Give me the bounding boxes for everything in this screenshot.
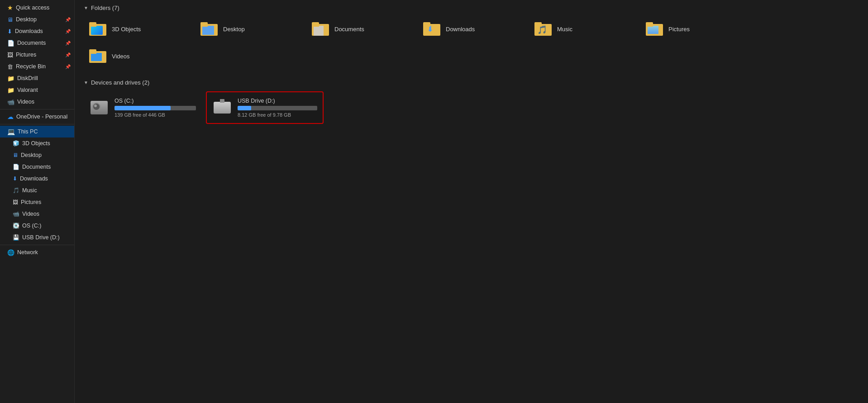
desktop2-icon: 🖥 (13, 152, 18, 158)
drive-osc-info: OS (C:) 139 GB free of 446 GB (114, 98, 196, 118)
pin-icon-5: 📌 (65, 64, 71, 69)
sidebar-item-osc[interactable]: 💽 OS (C:) (0, 220, 74, 232)
sidebar-item-documents-label: Documents (17, 40, 46, 46)
sidebar-item-downloads2-label: Downloads (20, 175, 48, 182)
folder-pictures-overlay (648, 26, 658, 34)
folder-3dobjects-icon (89, 22, 106, 36)
music-icon: 🎵 (13, 187, 19, 194)
folder-videos-icon-container (88, 47, 107, 66)
sidebar-item-documents2[interactable]: 📄 Documents (0, 161, 74, 173)
sidebar-item-music[interactable]: 🎵 Music (0, 185, 74, 196)
sidebar-item-thispc[interactable]: 💻 This PC (0, 126, 74, 137)
sidebar-quick-access[interactable]: ★ Quick access (0, 2, 74, 14)
folder-music-icon: 🎵 (534, 22, 552, 36)
folder-pictures-icon (646, 22, 663, 36)
drive-usbd-bar-fill (238, 106, 251, 110)
sidebar-item-videos[interactable]: 📹 Videos (0, 96, 74, 108)
sidebar-item-onedrive[interactable]: ☁ OneDrive - Personal (0, 111, 74, 123)
folder-downloads-name: Downloads (446, 26, 475, 33)
videos2-icon: 📹 (13, 211, 19, 217)
drive-item-osc[interactable]: OS (C:) 139 GB free of 446 GB (84, 91, 201, 124)
hdd-shape (91, 101, 108, 114)
sidebar-item-downloads[interactable]: ⬇ Downloads 📌 (0, 25, 74, 37)
sidebar-item-desktop[interactable]: 🖥 Desktop 📌 (0, 14, 74, 25)
sidebar-item-usbd[interactable]: 💾 USB Drive (D:) (0, 232, 74, 243)
drive-osc-bar-fill (114, 106, 171, 110)
sidebar-item-thispc-label: This PC (18, 128, 38, 135)
folder-item-documents[interactable]: Documents (306, 17, 415, 41)
usbd-icon: 💾 (13, 234, 19, 241)
network-icon: 🌐 (7, 249, 14, 256)
pin-icon-3: 📌 (65, 41, 71, 46)
sidebar-divider-2 (0, 124, 74, 124)
folders-chevron-icon: ▼ (84, 5, 88, 10)
folder-desktop-icon-container (200, 19, 219, 38)
folder-desktop-overlay (202, 26, 214, 35)
sidebar-item-downloads2[interactable]: ⬇ Downloads (0, 173, 74, 185)
pictures2-icon: 🖼 (13, 199, 18, 205)
folder-item-pictures[interactable]: Pictures (640, 17, 749, 41)
drive-usbd-icon (212, 98, 232, 118)
sidebar-item-diskdrill[interactable]: 📁 DiskDrill (0, 72, 74, 84)
drive-osc-name: OS (C:) (114, 98, 196, 104)
sidebar-item-downloads-label: Downloads (15, 28, 43, 34)
sidebar-item-recycle[interactable]: 🗑 Recycle Bin 📌 (0, 61, 74, 72)
folder-videos-icon (89, 49, 106, 63)
sidebar: ★ Quick access 🖥 Desktop 📌 ⬇ Downloads 📌… (0, 0, 75, 403)
folder-downloads-overlay: ⬇ (427, 25, 435, 33)
drive-usbd-free-text: 8.12 GB free of 9.78 GB (238, 112, 317, 118)
main-content: ▼ Folders (7) 3D Objects Desktop (75, 0, 868, 403)
sidebar-item-valorant[interactable]: 📁 Valorant (0, 84, 74, 96)
folder-documents-icon (312, 22, 329, 36)
sidebar-quick-access-label: Quick access (16, 5, 49, 11)
downloads-icon: ⬇ (7, 28, 12, 35)
folder-downloads-icon-container: ⬇ (422, 19, 441, 38)
sidebar-item-videos2[interactable]: 📹 Videos (0, 208, 74, 220)
folder-videos-name: Videos (112, 53, 130, 60)
folder-item-3dobjects[interactable]: 3D Objects (84, 17, 192, 41)
drives-chevron-icon: ▼ (84, 80, 88, 85)
sidebar-item-documents[interactable]: 📄 Documents 📌 (0, 37, 74, 49)
documents-icon: 📄 (7, 40, 14, 47)
downloads2-icon: ⬇ (13, 175, 17, 182)
sidebar-item-videos-label: Videos (17, 99, 34, 105)
recycle-icon: 🗑 (7, 63, 13, 70)
drives-section-header[interactable]: ▼ Devices and drives (2) (84, 79, 859, 86)
sidebar-item-network[interactable]: 🌐 Network (0, 247, 74, 258)
sidebar-item-osc-label: OS (C:) (22, 223, 41, 229)
star-icon: ★ (7, 4, 13, 11)
sidebar-divider-1 (0, 109, 74, 109)
sidebar-item-diskdrill-label: DiskDrill (17, 75, 38, 81)
folder-3dobjects-overlay (91, 26, 103, 35)
folder-item-videos[interactable]: Videos (84, 44, 192, 68)
sidebar-item-3dobjects[interactable]: 🧊 3D Objects (0, 137, 74, 149)
folder-music-icon-container: 🎵 (534, 19, 553, 38)
sidebar-item-videos2-label: Videos (22, 211, 39, 217)
folder-downloads-icon: ⬇ (423, 22, 440, 36)
folder-item-downloads[interactable]: ⬇ Downloads (418, 17, 526, 41)
folder-item-desktop[interactable]: Desktop (195, 17, 304, 41)
osc-icon: 💽 (13, 223, 19, 229)
thispc-icon: 💻 (7, 128, 15, 135)
sidebar-item-pictures2[interactable]: 🖼 Pictures (0, 196, 74, 208)
sidebar-item-recycle-label: Recycle Bin (16, 63, 46, 70)
folder-documents-overlay (314, 26, 324, 36)
folder-item-music[interactable]: 🎵 Music (529, 17, 638, 41)
drive-usbd-bar-container (238, 106, 317, 110)
drive-item-usbd[interactable]: USB Drive (D:) 8.12 GB free of 9.78 GB (206, 91, 324, 124)
pin-icon-4: 📌 (65, 52, 71, 57)
sidebar-item-pictures[interactable]: 🖼 Pictures 📌 (0, 49, 74, 61)
desktop-icon: 🖥 (7, 16, 13, 23)
sidebar-item-network-label: Network (17, 249, 38, 256)
sidebar-item-desktop2[interactable]: 🖥 Desktop (0, 149, 74, 161)
folder-desktop-name: Desktop (223, 26, 245, 33)
sidebar-item-pictures2-label: Pictures (21, 199, 41, 205)
folders-section-header[interactable]: ▼ Folders (7) (84, 5, 859, 11)
sidebar-item-3dobjects-label: 3D Objects (22, 140, 50, 147)
folder-3dobjects-icon-container (88, 19, 107, 38)
pin-icon: 📌 (65, 17, 71, 22)
sidebar-item-documents2-label: Documents (22, 164, 51, 170)
pin-icon-2: 📌 (65, 29, 71, 34)
folder-3dobjects-name: 3D Objects (112, 26, 141, 33)
sidebar-item-usbd-label: USB Drive (D:) (22, 234, 60, 241)
